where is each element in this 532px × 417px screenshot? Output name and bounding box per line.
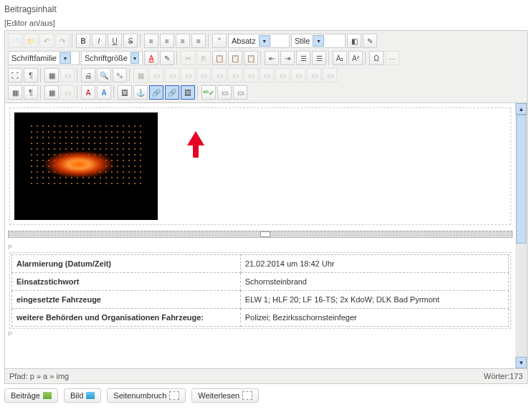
align-justify-button[interactable]: ≡ (191, 34, 206, 48)
font-size-select[interactable]: Schriftgröße▼ (81, 51, 143, 65)
status-bar: Pfad: p » a » img Wörter:173 (5, 368, 527, 383)
template2-icon[interactable]: ▭ (233, 85, 247, 100)
col-before-icon[interactable]: ▭ (228, 68, 242, 82)
box-icon[interactable]: ▭ (60, 85, 75, 100)
cell-label[interactable]: Einsatzstichwort (12, 273, 241, 291)
separator (77, 85, 79, 100)
find-icon[interactable]: 🔍 (97, 68, 111, 82)
cell-label[interactable]: Alarmierung (Datum/Zeit) (12, 255, 241, 273)
outdent-icon[interactable]: ⇤ (265, 51, 279, 65)
editor-content[interactable]: P Alarmierung (Datum/Zeit)21.02.2014 um … (5, 103, 527, 368)
superscript-button[interactable]: A² (348, 51, 363, 65)
bg-color-button[interactable]: ✎ (160, 51, 174, 65)
template-icon[interactable]: ▭ (217, 85, 232, 100)
cell-label[interactable]: eingesetzte Fahrzeuge (12, 291, 241, 309)
del-row-icon[interactable]: ▭ (212, 68, 227, 82)
row-before-icon[interactable]: ▭ (181, 68, 195, 82)
anchor-icon[interactable]: ⚓ (133, 85, 148, 100)
image-button[interactable]: Bild (64, 388, 101, 403)
letter-blue-icon[interactable]: A (97, 85, 111, 100)
cell-value[interactable]: ELW 1; HLF 20; LF 16-TS; 2x KdoW; DLK Ba… (240, 291, 508, 309)
cell-icon[interactable]: ▭ (307, 68, 321, 82)
bullet-list-icon[interactable]: ☰ (296, 51, 310, 65)
pointer-arrow-icon (187, 131, 204, 145)
para-icon[interactable]: ¶ (24, 85, 38, 100)
number-list-icon[interactable]: ☰ (312, 51, 326, 65)
print-icon[interactable]: 🖨 (81, 68, 95, 82)
grid-icon[interactable]: ▦ (8, 85, 22, 100)
cell-label[interactable]: weitere Behörden und Organisationen Fahr… (12, 309, 241, 327)
del-col-icon[interactable]: ▭ (260, 68, 274, 82)
articles-button[interactable]: Beiträge (4, 388, 58, 403)
cell-value[interactable]: Polizei; Bezirksschornsteinfeger (240, 309, 508, 327)
cell-value[interactable]: 21.02.2014 um 18:42 Uhr (240, 255, 508, 273)
paste-word-icon[interactable]: 📋 (244, 51, 258, 65)
copy-icon[interactable]: ⎘ (196, 51, 211, 65)
article-image[interactable] (14, 112, 158, 220)
cell2-icon[interactable]: ▭ (323, 68, 337, 82)
show-para-icon[interactable]: ¶ (24, 68, 38, 82)
cell-value[interactable]: Schornsteinbrand (240, 273, 508, 291)
redo-icon[interactable]: ↷ (55, 34, 70, 48)
fullscreen-icon[interactable]: ⛶ (8, 68, 22, 82)
cut-icon[interactable]: ✂ (181, 51, 195, 65)
bold-button[interactable]: B (76, 34, 90, 48)
strike-button[interactable]: S (123, 34, 138, 48)
scroll-thumb[interactable] (516, 115, 526, 244)
open-icon[interactable]: 📁 (24, 34, 38, 48)
table-row-icon[interactable]: ▭ (149, 68, 163, 82)
separator (40, 85, 42, 100)
scroll-down-icon[interactable]: ▼ (516, 357, 527, 368)
table-icon[interactable]: ▦ (133, 68, 148, 82)
separator (113, 85, 115, 100)
insert-image-button[interactable]: 🖼 (181, 85, 195, 100)
italic-button[interactable]: I (92, 34, 106, 48)
letter-red-icon[interactable]: A (81, 85, 95, 100)
layer-icon[interactable]: ▭ (60, 68, 75, 82)
path-value[interactable]: p » a » img (30, 372, 69, 380)
new-doc-icon[interactable]: 📄 (8, 34, 22, 48)
editor: 📄 📁 ↶ ↷ B I U S ≡ ≡ ≡ ≡ " Absatz▼ Stile▼… (4, 30, 528, 384)
table-props-icon[interactable]: ▭ (165, 68, 179, 82)
unlink-icon[interactable]: 🔗 (165, 85, 179, 100)
align-left-button[interactable]: ≡ (144, 34, 158, 48)
scroll-up-icon[interactable]: ▲ (516, 103, 527, 115)
align-right-button[interactable]: ≡ (176, 34, 190, 48)
eraser-icon[interactable]: ◧ (347, 34, 361, 48)
merge-icon[interactable]: ▭ (291, 68, 305, 82)
styles-select[interactable]: Stile▼ (291, 34, 346, 48)
path-label: Pfad: (9, 372, 28, 380)
split-icon[interactable]: ▭ (275, 68, 290, 82)
scrollbar[interactable]: ▲ ▼ (516, 103, 527, 368)
paragraph-marker: P (8, 244, 513, 251)
select-all-icon[interactable]: ▦ (44, 68, 59, 82)
clear-format-icon[interactable]: ✎ (363, 34, 377, 48)
row-after-icon[interactable]: ▭ (196, 68, 211, 82)
indent-icon[interactable]: ⇥ (280, 51, 295, 65)
subscript-button[interactable]: A₂ (333, 51, 347, 65)
undo-icon[interactable]: ↶ (39, 34, 54, 48)
image-icon[interactable]: 🖼 (118, 85, 132, 100)
font-family-select[interactable]: Schriftfamilie▼ (8, 51, 80, 65)
quote-button[interactable]: " (212, 34, 227, 48)
word-count-label: Wörter: (484, 372, 510, 380)
paste-icon[interactable]: 📋 (212, 51, 227, 65)
data-table[interactable]: Alarmierung (Datum/Zeit)21.02.2014 um 18… (11, 254, 509, 327)
select-icon[interactable]: ▦ (44, 85, 59, 100)
hr-icon[interactable]: — (385, 51, 399, 65)
link-icon[interactable]: 🔗 (149, 85, 163, 100)
paragraph-select[interactable]: Absatz▼ (228, 34, 290, 48)
readmore-separator[interactable] (8, 231, 513, 238)
align-center-button[interactable]: ≡ (160, 34, 174, 48)
special-char-icon[interactable]: Ω (369, 51, 384, 65)
editor-toggle-link[interactable]: [Editor an/aus] (4, 19, 528, 27)
underline-button[interactable]: U (108, 34, 122, 48)
col-after-icon[interactable]: ▭ (244, 68, 258, 82)
spellcheck-icon[interactable]: ᵃᵇ✓ (201, 85, 216, 100)
separator (328, 51, 331, 65)
readmore-button[interactable]: Weiterlesen (191, 388, 259, 403)
replace-icon[interactable]: ᵇₐ (113, 68, 127, 82)
text-color-button[interactable]: A (144, 51, 158, 65)
paste-text-icon[interactable]: 📋 (228, 51, 242, 65)
pagebreak-button[interactable]: Seitenumbruch (107, 388, 186, 403)
